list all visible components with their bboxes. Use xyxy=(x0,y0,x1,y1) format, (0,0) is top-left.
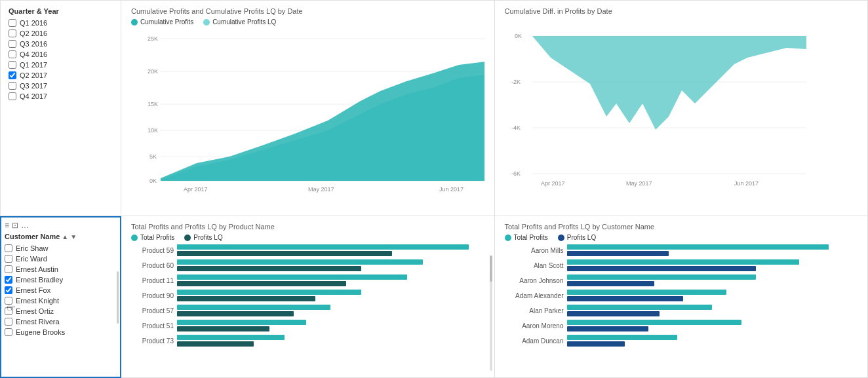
quarter-label-7: Q4 2017 xyxy=(20,92,47,100)
customer-bar-area: Aaron MillsAlan ScottAaron JohnsonAdam A… xyxy=(505,244,858,347)
product-tp-dot xyxy=(131,235,138,241)
customer-bar-group-0 xyxy=(567,244,858,256)
svg-text:Jun 2017: Jun 2017 xyxy=(734,180,759,187)
customer-checkbox-4[interactable] xyxy=(5,286,12,294)
customer-bar-lq-4 xyxy=(567,311,660,316)
product-bar-group-0 xyxy=(177,244,484,256)
customer-slicer: ≡ ⊡ … Customer Name ▲ ▼ Eric ShawEric Wa… xyxy=(0,216,121,378)
customer-bar-profits-5 xyxy=(567,320,741,325)
quarter-item-0: Q1 2016 xyxy=(9,19,113,27)
product-bar-lq-1 xyxy=(177,266,361,271)
slicer-controls: Customer Name ▲ ▼ xyxy=(5,233,117,240)
product-bar-label-6: Product 73 xyxy=(131,337,174,345)
quarter-label-3: Q4 2016 xyxy=(20,50,47,58)
profits-lq-label: Cumulative Profits LQ xyxy=(212,18,276,26)
svg-text:0K: 0K xyxy=(515,33,522,39)
product-bar-group-5 xyxy=(177,320,484,331)
customer-bar-label-1: Alan Scott xyxy=(505,262,564,269)
customer-checkbox-5[interactable] xyxy=(5,297,12,305)
svg-text:-4K: -4K xyxy=(511,124,521,131)
svg-text:10K: 10K xyxy=(148,127,158,134)
customer-bar-lq-6 xyxy=(567,341,625,347)
customer-item-4: Ernest Fox xyxy=(5,285,117,295)
quarter-checkbox-4[interactable] xyxy=(9,61,16,69)
customer-bar-label-5: Aaron Moreno xyxy=(505,322,564,330)
quarter-list: Q1 2016Q2 2016Q3 2016Q4 2016Q1 2017Q2 20… xyxy=(9,19,113,100)
quarter-checkbox-7[interactable] xyxy=(9,92,16,100)
product-bar-profits-3 xyxy=(177,290,361,295)
legend-item-profits: Cumulative Profits xyxy=(131,18,193,26)
customer-bar-label-3: Adam Alexander xyxy=(505,292,564,299)
product-bar-row-2: Product 11 xyxy=(131,274,484,286)
customer-checkbox-1[interactable] xyxy=(5,255,12,263)
svg-text:-2K: -2K xyxy=(511,79,521,85)
customer-bar-group-1 xyxy=(567,259,858,271)
customer-list: Eric ShawEric WardErnest AustinErnest Br… xyxy=(5,243,117,337)
product-bar-group-2 xyxy=(177,274,484,286)
customer-checkbox-3[interactable] xyxy=(5,276,12,284)
product-bar-label-4: Product 57 xyxy=(131,307,174,314)
product-chart-title: Total Profits and Profits LQ by Product … xyxy=(131,223,484,231)
quarter-label-4: Q1 2017 xyxy=(20,61,47,69)
customer-checkbox-7[interactable] xyxy=(5,318,12,326)
customer-checkbox-6[interactable] xyxy=(5,307,12,315)
customer-item-2: Ernest Austin xyxy=(5,264,117,274)
customer-checkbox-0[interactable] xyxy=(5,244,12,252)
svg-text:5K: 5K xyxy=(149,153,157,160)
customer-checkbox-2[interactable] xyxy=(5,265,12,273)
product-bar-group-3 xyxy=(177,290,484,301)
customer-bar-group-3 xyxy=(567,290,858,301)
customer-bar-label-6: Adam Duncan xyxy=(505,337,564,345)
product-total-profits-legend: Total Profits xyxy=(131,234,174,241)
quarter-checkbox-5[interactable] xyxy=(9,71,16,79)
sort-desc-icon[interactable]: ▼ xyxy=(70,233,77,240)
svg-text:May 2017: May 2017 xyxy=(626,180,652,187)
quarter-item-7: Q4 2017 xyxy=(9,92,113,100)
product-scroll-bar[interactable] xyxy=(490,255,492,371)
cum-diff-title: Cumulative Diff. in Profits by Date xyxy=(505,7,858,15)
slicer-title: Customer Name xyxy=(5,233,60,240)
quarter-checkbox-1[interactable] xyxy=(9,29,16,37)
svg-text:0K: 0K xyxy=(149,178,157,184)
customer-legend: Total Profits Profits LQ xyxy=(505,234,858,241)
quarter-checkbox-3[interactable] xyxy=(9,50,16,58)
customer-bar-group-2 xyxy=(567,274,858,286)
customer-lq-dot xyxy=(558,235,564,241)
product-legend: Total Profits Profits LQ xyxy=(131,234,484,241)
slicer-more-icon[interactable]: … xyxy=(21,221,29,230)
product-scroll-thumb[interactable] xyxy=(490,255,492,282)
product-bar-profits-0 xyxy=(177,244,469,250)
slicer-menu-icon[interactable]: ≡ xyxy=(5,221,9,230)
customer-name-4: Ernest Fox xyxy=(16,286,50,294)
customer-name-8: Eugene Brooks xyxy=(16,328,65,336)
customer-bar-profits-4 xyxy=(567,305,713,310)
quarter-label-5: Q2 2017 xyxy=(20,71,47,79)
profits-label: Cumulative Profits xyxy=(140,18,193,26)
customer-bar-profits-6 xyxy=(567,335,678,340)
customer-checkbox-8[interactable] xyxy=(5,328,12,336)
customer-bar-row-0: Aaron Mills xyxy=(505,244,858,256)
product-lq-dot xyxy=(184,235,191,241)
quarter-item-5: Q2 2017 xyxy=(9,71,113,79)
product-bar-group-1 xyxy=(177,259,484,271)
svg-text:Jun 2017: Jun 2017 xyxy=(439,186,464,193)
customer-tp-dot xyxy=(505,235,511,241)
profits-dot xyxy=(131,19,138,26)
product-bar-group-4 xyxy=(177,305,484,316)
slicer-header: ≡ ⊡ … xyxy=(5,221,117,230)
cum-profits-legend: Cumulative Profits Cumulative Profits LQ xyxy=(131,18,484,26)
customer-bar-group-4 xyxy=(567,305,858,316)
scroll-bar[interactable] xyxy=(117,271,119,324)
customer-item-3: Ernest Bradley xyxy=(5,274,117,285)
customer-bar-row-6: Adam Duncan xyxy=(505,335,858,347)
sort-asc-icon[interactable]: ▲ xyxy=(62,233,68,240)
svg-text:May 2017: May 2017 xyxy=(308,186,334,193)
quarter-checkbox-2[interactable] xyxy=(9,40,16,48)
quarter-checkbox-0[interactable] xyxy=(9,19,16,27)
product-bar-group-6 xyxy=(177,335,484,347)
svg-text:Apr 2017: Apr 2017 xyxy=(541,180,565,187)
customer-profits-lq-legend: Profits LQ xyxy=(558,234,596,241)
product-bar-profits-6 xyxy=(177,335,285,340)
slicer-expand-icon[interactable]: ⊡ xyxy=(12,221,18,230)
quarter-checkbox-6[interactable] xyxy=(9,82,16,90)
